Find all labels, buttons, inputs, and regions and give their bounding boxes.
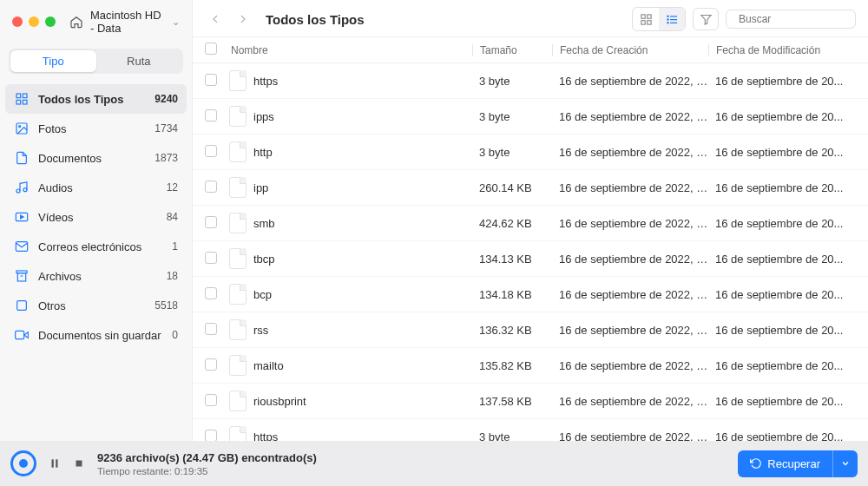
cell-modified: 16 de septiembre de 20... — [708, 110, 856, 123]
search-box[interactable] — [726, 10, 856, 29]
recover-dropdown-button[interactable] — [832, 450, 858, 477]
scan-summary: 9236 archivo(s) (24.47 GB) encontrado(s) — [97, 451, 317, 464]
scan-remaining: Tiempo restante: 0:19:35 — [97, 466, 317, 476]
disk-selector[interactable]: Macintosh HD - Data — [90, 9, 163, 35]
file-icon — [229, 391, 247, 411]
column-header-name[interactable]: Nombre — [229, 44, 472, 56]
table-row[interactable]: bcp134.18 KB16 de septiembre de 2022, 4.… — [193, 277, 868, 312]
file-name: https — [253, 75, 278, 88]
sidebar-item-unsav[interactable]: Documentos sin guardar0 — [5, 320, 187, 350]
column-header-created[interactable]: Fecha de Creación — [552, 44, 708, 56]
sidebar-item-label: Audios — [38, 181, 158, 194]
table-row[interactable]: http3 byte16 de septiembre de 2022, 4...… — [193, 135, 868, 170]
svg-marker-26 — [700, 15, 710, 24]
cell-size: 260.14 KB — [472, 181, 552, 194]
page-title: Todos los Tipos — [266, 12, 365, 27]
nav-forward-button[interactable] — [233, 9, 253, 30]
table-row[interactable]: https3 byte16 de septiembre de 2022, 4..… — [193, 419, 868, 441]
row-checkbox[interactable] — [205, 181, 217, 193]
sidebar-item-label: Documentos sin guardar — [38, 329, 163, 342]
stop-scan-button[interactable] — [73, 457, 85, 470]
close-window-button[interactable] — [12, 16, 23, 27]
cell-name: tbcp — [229, 248, 472, 269]
sidebar-item-photos[interactable]: Fotos1734 — [5, 114, 187, 143]
cell-name: mailto — [229, 355, 472, 376]
file-list[interactable]: https3 byte16 de septiembre de 2022, 4..… — [193, 63, 868, 441]
sidebar-item-arch[interactable]: Archivos18 — [5, 261, 187, 291]
row-checkbox[interactable] — [205, 74, 217, 86]
table-row[interactable]: smb424.62 KB16 de septiembre de 2022, 4.… — [193, 206, 868, 241]
cell-name: https — [229, 70, 472, 91]
row-checkbox[interactable] — [205, 394, 217, 406]
svg-rect-12 — [17, 273, 25, 281]
cell-modified: 16 de septiembre de 20... — [708, 181, 856, 194]
recover-button[interactable]: Recuperar — [738, 450, 832, 477]
file-icon — [229, 70, 247, 91]
minimize-window-button[interactable] — [29, 16, 39, 27]
row-checkbox[interactable] — [205, 145, 217, 157]
row-checkbox[interactable] — [205, 430, 217, 442]
nav-back-button[interactable] — [205, 9, 226, 30]
table-row[interactable]: tbcp134.13 KB16 de septiembre de 2022, 4… — [193, 241, 868, 277]
content-region: Macintosh HD - Data ⌄ Tipo Ruta Todos lo… — [0, 0, 868, 441]
sidebar-item-label: Otros — [38, 299, 146, 312]
cell-created: 16 de septiembre de 2022, 4... — [552, 75, 708, 88]
row-checkbox[interactable] — [205, 287, 217, 299]
segmented-type-button[interactable]: Tipo — [10, 50, 96, 72]
svg-point-24 — [667, 18, 667, 19]
row-checkbox[interactable] — [205, 216, 217, 228]
table-row[interactable]: ipps3 byte16 de septiembre de 2022, 4...… — [193, 99, 868, 135]
cell-created: 16 de septiembre de 2022, 4... — [552, 253, 708, 266]
table-row[interactable]: rss136.32 KB16 de septiembre de 2022, 4.… — [193, 312, 868, 348]
select-all-checkbox[interactable] — [205, 43, 217, 55]
pause-scan-button[interactable] — [49, 457, 61, 470]
zoom-window-button[interactable] — [45, 16, 56, 27]
column-header-size[interactable]: Tamaño — [472, 44, 552, 56]
table-row[interactable]: ipp260.14 KB16 de septiembre de 2022, 4.… — [193, 170, 868, 206]
window-controls — [12, 16, 56, 27]
row-checkbox[interactable] — [205, 358, 217, 371]
cell-size: 3 byte — [472, 110, 552, 123]
sidebar-item-count: 1734 — [155, 122, 178, 135]
sidebar-item-audio[interactable]: Audios12 — [5, 173, 187, 202]
sidebar-item-all[interactable]: Todos los Tipos9240 — [5, 84, 187, 114]
file-name: riousbprint — [253, 395, 306, 408]
cell-size: 3 byte — [472, 430, 552, 442]
svg-rect-16 — [641, 14, 644, 17]
column-header-modified[interactable]: Fecha de Modificación — [708, 44, 856, 56]
row-checkbox[interactable] — [205, 323, 217, 335]
category-list: Todos los Tipos9240Fotos1734Documentos18… — [0, 82, 192, 441]
svg-rect-2 — [16, 100, 21, 104]
toolbar: Todos los Tipos — [193, 0, 868, 36]
row-checkbox[interactable] — [205, 109, 217, 122]
table-row[interactable]: riousbprint137.58 KB16 de septiembre de … — [193, 384, 868, 419]
main-panel: Todos los Tipos — [193, 0, 868, 441]
cell-size: 424.62 KB — [472, 217, 552, 230]
recover-button-group: Recuperar — [738, 450, 858, 477]
sidebar-item-label: Vídeos — [38, 211, 158, 224]
file-name: ipp — [253, 181, 268, 194]
sidebar: Macintosh HD - Data ⌄ Tipo Ruta Todos lo… — [0, 0, 193, 441]
chevron-down-icon: ⌄ — [172, 16, 180, 28]
cell-created: 16 de septiembre de 2022, 4... — [552, 146, 708, 159]
file-icon — [229, 213, 247, 233]
sidebar-item-count: 1 — [172, 240, 178, 253]
table-row[interactable]: mailto135.82 KB16 de septiembre de 2022,… — [193, 348, 868, 384]
svg-point-25 — [667, 22, 667, 23]
video-icon — [14, 209, 30, 225]
search-input[interactable] — [739, 13, 868, 25]
segmented-path-button[interactable]: Ruta — [96, 50, 182, 72]
file-name: https — [253, 430, 278, 442]
sidebar-item-mail[interactable]: Correos electrónicos1 — [5, 232, 187, 261]
list-view-button[interactable] — [659, 8, 685, 30]
cell-size: 3 byte — [472, 75, 552, 88]
cell-name: https — [229, 426, 472, 441]
svg-rect-19 — [647, 20, 650, 23]
filter-button[interactable] — [693, 8, 719, 30]
row-checkbox[interactable] — [205, 252, 217, 264]
sidebar-item-other[interactable]: Otros5518 — [5, 291, 187, 320]
grid-view-button[interactable] — [633, 8, 659, 30]
table-row[interactable]: https3 byte16 de septiembre de 2022, 4..… — [193, 63, 868, 99]
sidebar-item-video[interactable]: Vídeos84 — [5, 202, 187, 232]
sidebar-item-docs[interactable]: Documentos1873 — [5, 143, 187, 173]
